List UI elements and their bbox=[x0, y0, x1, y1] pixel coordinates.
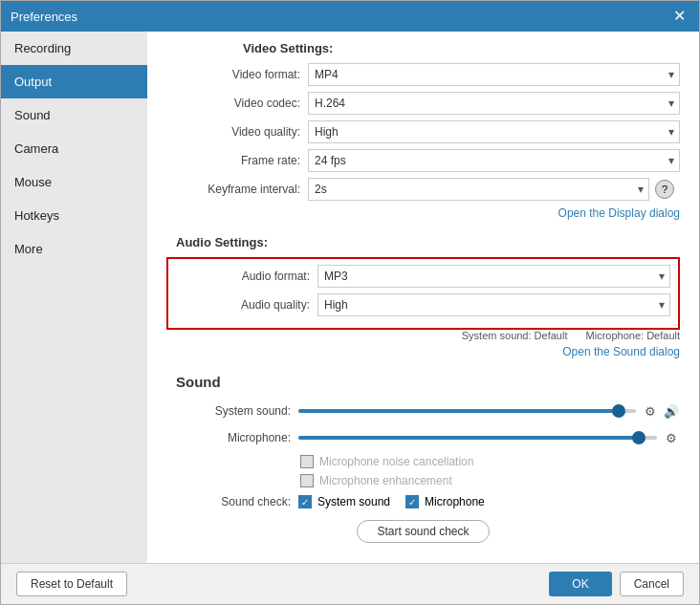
microphone-thumb[interactable] bbox=[632, 431, 645, 444]
video-codec-label: Video codec: bbox=[166, 97, 300, 110]
system-sound-volume-icon[interactable]: 🔊 bbox=[663, 402, 680, 420]
video-format-select-wrapper[interactable]: MP4 AVI MOV bbox=[308, 63, 680, 86]
microphone-row: Microphone: ⚙ bbox=[166, 428, 680, 447]
audio-format-select-wrapper[interactable]: MP3 AAC WAV bbox=[317, 265, 670, 288]
enhancement-checkbox[interactable] bbox=[300, 474, 314, 487]
right-buttons: OK Cancel bbox=[549, 572, 684, 596]
microphone-check-label: Microphone bbox=[425, 495, 485, 508]
frame-rate-label: Frame rate: bbox=[166, 154, 300, 167]
noise-cancellation-label: Microphone noise cancellation bbox=[319, 455, 473, 468]
microphone-gear-icon[interactable]: ⚙ bbox=[663, 429, 680, 446]
system-sound-check-label: System sound bbox=[317, 495, 390, 508]
reset-to-default-button[interactable]: Reset to Default bbox=[16, 572, 127, 596]
cancel-button[interactable]: Cancel bbox=[620, 572, 684, 596]
open-display-dialog-link[interactable]: Open the Display dialog bbox=[166, 206, 680, 220]
main-content: Video Settings: Video format: MP4 AVI MO… bbox=[147, 32, 699, 563]
system-sound-slider-container[interactable] bbox=[298, 401, 636, 421]
sidebar-item-sound[interactable]: Sound bbox=[1, 98, 147, 132]
microphone-track bbox=[298, 436, 657, 440]
video-quality-label: Video quality: bbox=[166, 125, 300, 139]
system-sound-track bbox=[298, 409, 636, 413]
audio-settings-section: Audio Settings: Audio format: MP3 AAC WA… bbox=[166, 235, 680, 358]
video-codec-row: Video codec: H.264 H.265 bbox=[166, 92, 680, 115]
system-sound-check-item: ✓ System sound bbox=[298, 495, 390, 508]
audio-format-label: Audio format: bbox=[176, 270, 310, 283]
video-quality-select[interactable]: High Medium Low bbox=[308, 120, 680, 143]
audio-quality-label: Audio quality: bbox=[176, 298, 310, 312]
sound-check-label: Sound check: bbox=[176, 495, 291, 508]
system-sound-info-label: System sound: bbox=[462, 330, 532, 341]
system-sound-gear-icon[interactable]: ⚙ bbox=[642, 402, 659, 420]
audio-format-select[interactable]: MP3 AAC WAV bbox=[317, 265, 670, 288]
keyframe-interval-select[interactable]: 2s 5s 10s bbox=[308, 178, 649, 201]
microphone-slider-container[interactable] bbox=[298, 428, 657, 447]
sidebar-item-recording[interactable]: Recording bbox=[1, 32, 147, 65]
frame-rate-select-wrapper[interactable]: 24 fps 30 fps 60 fps bbox=[308, 149, 680, 172]
keyframe-interval-label: Keyframe interval: bbox=[166, 183, 300, 196]
open-sound-dialog-link[interactable]: Open the Sound dialog bbox=[166, 345, 680, 358]
system-sound-info-value: Default bbox=[535, 330, 568, 341]
enhancement-label: Microphone enhancement bbox=[319, 474, 452, 487]
sound-section: Sound System sound: ⚙ 🔊 bbox=[166, 374, 680, 543]
video-format-row: Video format: MP4 AVI MOV bbox=[166, 63, 680, 86]
microphone-slider-label: Microphone: bbox=[176, 431, 291, 444]
sidebar-item-output[interactable]: Output bbox=[1, 65, 147, 98]
system-sound-icons: ⚙ 🔊 bbox=[642, 402, 680, 420]
sidebar-item-more[interactable]: More bbox=[1, 232, 147, 266]
audio-box: Audio format: MP3 AAC WAV Audio quality: bbox=[166, 257, 680, 330]
keyframe-interval-select-wrapper[interactable]: 2s 5s 10s bbox=[308, 178, 649, 201]
audio-quality-row: Audio quality: High Medium Low bbox=[176, 293, 670, 316]
video-format-label: Video format: bbox=[166, 68, 300, 81]
sidebar-item-camera[interactable]: Camera bbox=[1, 132, 147, 165]
frame-rate-select[interactable]: 24 fps 30 fps 60 fps bbox=[308, 149, 680, 172]
video-format-select[interactable]: MP4 AVI MOV bbox=[308, 63, 680, 86]
titlebar: Preferences ✕ bbox=[1, 1, 699, 32]
enhancement-row: Microphone enhancement bbox=[166, 474, 680, 487]
microphone-check-checkbox[interactable]: ✓ bbox=[405, 495, 419, 508]
audio-settings-label: Audio Settings: bbox=[176, 235, 268, 249]
noise-cancellation-checkbox[interactable] bbox=[300, 455, 314, 468]
audio-quality-select-wrapper[interactable]: High Medium Low bbox=[317, 293, 670, 316]
video-codec-select[interactable]: H.264 H.265 bbox=[308, 92, 680, 115]
ok-button[interactable]: OK bbox=[549, 572, 611, 596]
sound-info-row: System sound: Default Microphone: Defaul… bbox=[166, 330, 680, 341]
preferences-window: Preferences ✕ Recording Output Sound Cam… bbox=[0, 0, 700, 605]
microphone-info-label: Microphone: bbox=[586, 330, 645, 341]
microphone-check-item: ✓ Microphone bbox=[405, 495, 485, 508]
keyframe-interval-row: Keyframe interval: 2s 5s 10s ? bbox=[166, 178, 680, 201]
content-area: Recording Output Sound Camera Mouse Hotk… bbox=[1, 32, 699, 563]
video-quality-select-wrapper[interactable]: High Medium Low bbox=[308, 120, 680, 143]
sound-section-title: Sound bbox=[176, 374, 680, 390]
window-title: Preferences bbox=[11, 10, 77, 24]
start-sound-check-button[interactable]: Start sound check bbox=[357, 520, 489, 543]
video-codec-select-wrapper[interactable]: H.264 H.265 bbox=[308, 92, 680, 115]
sound-check-row: Sound check: ✓ System sound ✓ Microphone bbox=[166, 495, 680, 508]
sidebar-item-hotkeys[interactable]: Hotkeys bbox=[1, 199, 147, 232]
keyframe-help-button[interactable]: ? bbox=[655, 180, 674, 199]
bottom-bar: Reset to Default OK Cancel bbox=[1, 563, 699, 604]
microphone-info-value: Default bbox=[646, 330, 680, 341]
noise-cancellation-row: Microphone noise cancellation bbox=[166, 455, 680, 468]
system-sound-row: System sound: ⚙ 🔊 bbox=[166, 401, 680, 421]
microphone-icons: ⚙ bbox=[663, 429, 680, 446]
sidebar-item-mouse[interactable]: Mouse bbox=[1, 165, 147, 199]
video-settings-section: Video Settings: Video format: MP4 AVI MO… bbox=[166, 41, 680, 220]
system-sound-label: System sound: bbox=[176, 404, 291, 418]
system-sound-fill bbox=[298, 409, 619, 413]
video-settings-label: Video Settings: bbox=[166, 41, 680, 55]
close-button[interactable]: ✕ bbox=[669, 7, 689, 26]
audio-format-row: Audio format: MP3 AAC WAV bbox=[176, 265, 670, 288]
system-sound-thumb[interactable] bbox=[612, 404, 625, 418]
sidebar: Recording Output Sound Camera Mouse Hotk… bbox=[1, 32, 147, 563]
video-quality-row: Video quality: High Medium Low bbox=[166, 120, 680, 143]
audio-quality-select[interactable]: High Medium Low bbox=[317, 293, 670, 316]
microphone-fill bbox=[298, 436, 639, 440]
system-sound-check-checkbox[interactable]: ✓ bbox=[298, 495, 312, 508]
frame-rate-row: Frame rate: 24 fps 30 fps 60 fps bbox=[166, 149, 680, 172]
